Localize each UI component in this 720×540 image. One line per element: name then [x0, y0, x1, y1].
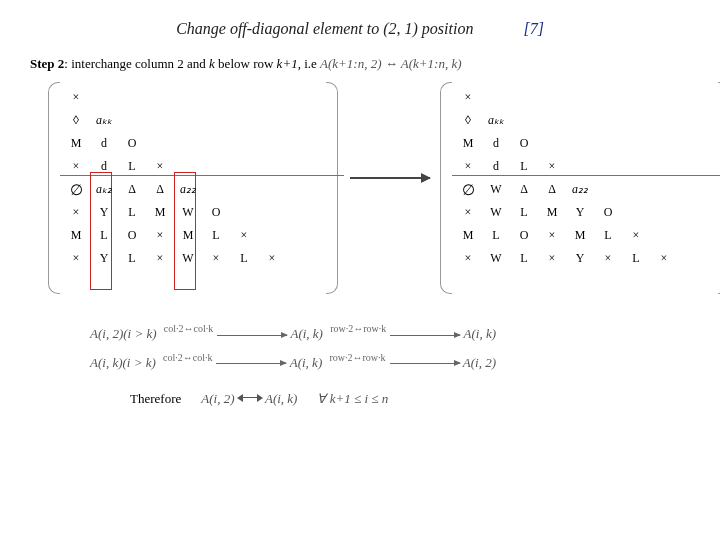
- equation-line-1: A(i, 2)(i > k) col·2↔col·k A(i, k) row·2…: [90, 320, 690, 349]
- arrow-icon: [217, 335, 287, 336]
- condition-text: ∀ k+1 ≤ i ≤ n: [317, 391, 388, 407]
- arrow-icon: [390, 335, 460, 336]
- arrow-icon: [390, 363, 460, 364]
- therefore-statement: Therefore A(i, 2) A(i, k) ∀ k+1 ≤ i ≤ n: [30, 391, 690, 407]
- page-title: Change off-diagonal element to (2, 1) po…: [176, 20, 473, 38]
- step-description: Step 2: interchange column 2 and k below…: [30, 56, 690, 72]
- step-label: Step 2: [30, 56, 64, 71]
- arrow-icon: [216, 363, 286, 364]
- double-arrow-icon: [238, 393, 262, 403]
- equation-block: A(i, 2)(i > k) col·2↔col·k A(i, k) row·2…: [30, 320, 690, 377]
- therefore-label: Therefore: [130, 391, 181, 407]
- page-number-marker: [7]: [523, 20, 543, 38]
- matrix-diagram: × ◊aₖₖ MdO ×dL× ∅aₖ₂ΔΔa₂₂ ×YLMWO MLO×ML×…: [30, 82, 690, 312]
- equation-line-2: A(i, k)(i > k) col·2↔col·k A(i, k) row·2…: [90, 349, 690, 378]
- step-expression: A(k+1:n, 2) ↔ A(k+1:n, k): [320, 56, 461, 71]
- transform-arrow-icon: [350, 177, 430, 179]
